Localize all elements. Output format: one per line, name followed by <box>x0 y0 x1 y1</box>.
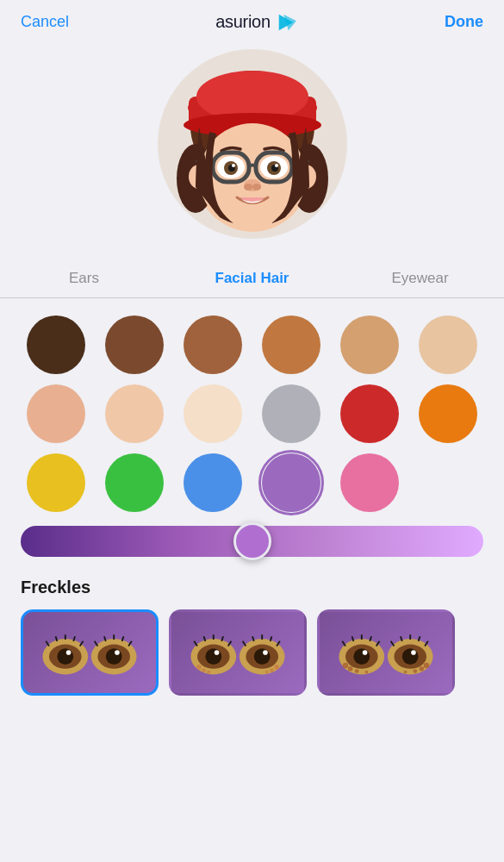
svg-point-68 <box>207 671 210 674</box>
color-swatch-3[interactable] <box>262 315 320 374</box>
color-shade-slider-container <box>0 526 504 557</box>
color-swatch-10[interactable] <box>340 384 399 443</box>
color-swatch-1[interactable] <box>105 315 164 374</box>
tab-facial-hair[interactable]: Facial Hair <box>168 263 336 297</box>
svg-point-74 <box>353 648 370 665</box>
svg-point-70 <box>270 668 274 672</box>
freckles-section: Freckles <box>0 578 504 696</box>
svg-point-41 <box>106 648 122 665</box>
svg-point-29 <box>252 184 261 191</box>
slider-track[interactable] <box>21 526 483 557</box>
svg-line-43 <box>95 641 98 646</box>
color-swatch-5[interactable] <box>419 315 477 374</box>
svg-point-66 <box>196 665 202 670</box>
tab-divider <box>0 297 504 298</box>
svg-point-59 <box>254 648 271 665</box>
svg-point-69 <box>274 665 279 670</box>
app-header: Cancel asurion Done <box>0 0 504 41</box>
color-palette <box>0 315 504 512</box>
color-grid <box>21 315 483 512</box>
color-swatch-6[interactable] <box>27 384 85 443</box>
cancel-button[interactable]: Cancel <box>21 13 69 31</box>
freckle-option-0[interactable] <box>21 609 159 696</box>
svg-point-60 <box>263 650 268 655</box>
color-swatch-15[interactable] <box>262 453 320 512</box>
svg-point-83 <box>402 648 419 665</box>
svg-point-75 <box>363 650 368 655</box>
tab-bar: Ears Facial Hair Eyewear <box>0 256 504 297</box>
color-swatch-11[interactable] <box>419 384 477 443</box>
slider-thumb[interactable] <box>233 522 271 560</box>
svg-point-91 <box>348 666 353 671</box>
svg-point-90 <box>343 663 349 669</box>
svg-point-28 <box>244 184 252 191</box>
freckles-label: Freckles <box>21 578 483 597</box>
svg-point-84 <box>411 650 416 655</box>
svg-point-50 <box>205 648 221 665</box>
color-swatch-2[interactable] <box>184 315 242 374</box>
color-swatch-16[interactable] <box>340 453 399 512</box>
color-swatch-9[interactable] <box>262 384 320 443</box>
svg-line-61 <box>243 641 246 646</box>
tab-ears[interactable]: Ears <box>0 263 168 297</box>
color-swatch-13[interactable] <box>105 453 164 512</box>
svg-point-97 <box>404 671 408 674</box>
svg-point-33 <box>66 650 72 655</box>
memoji-svg <box>158 49 347 239</box>
logo-text: asurion <box>215 12 271 32</box>
svg-point-67 <box>202 668 206 672</box>
svg-line-76 <box>342 641 345 646</box>
color-swatch-empty <box>419 453 477 512</box>
freckle-option-2[interactable] <box>317 609 455 696</box>
svg-point-51 <box>215 650 220 655</box>
color-swatch-7[interactable] <box>105 384 164 443</box>
svg-line-34 <box>46 641 49 646</box>
svg-point-42 <box>115 650 120 655</box>
color-swatch-12[interactable] <box>27 453 85 512</box>
svg-point-71 <box>265 671 269 674</box>
freckles-row <box>21 609 483 696</box>
avatar-preview <box>158 49 347 239</box>
avatar-area <box>0 41 504 256</box>
color-swatch-4[interactable] <box>340 315 399 374</box>
freckle-option-1[interactable] <box>169 609 307 696</box>
logo: asurion <box>215 12 298 32</box>
svg-point-32 <box>57 648 73 665</box>
svg-point-93 <box>365 671 369 674</box>
svg-line-85 <box>391 641 395 646</box>
svg-point-95 <box>420 666 425 671</box>
svg-line-52 <box>194 641 197 646</box>
color-swatch-8[interactable] <box>184 384 242 443</box>
tab-eyewear[interactable]: Eyewear <box>336 263 504 297</box>
svg-point-92 <box>355 669 359 673</box>
svg-point-26 <box>275 164 278 167</box>
logo-icon <box>274 13 298 32</box>
svg-point-25 <box>232 164 235 167</box>
svg-point-96 <box>413 669 417 673</box>
svg-point-94 <box>424 663 430 669</box>
color-swatch-14[interactable] <box>184 453 242 512</box>
done-button[interactable]: Done <box>445 13 483 31</box>
color-swatch-0[interactable] <box>27 315 85 374</box>
